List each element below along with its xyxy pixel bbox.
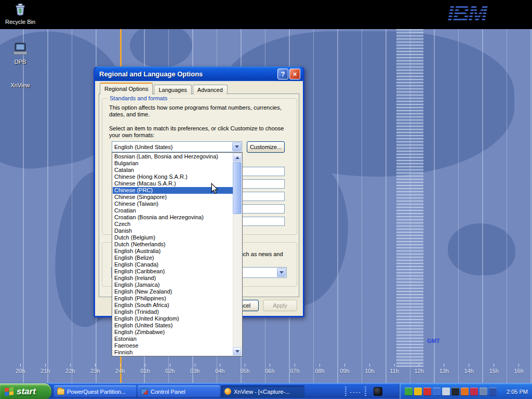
toolbar-grip-handle[interactable] xyxy=(365,387,366,397)
gmt-label: GMT xyxy=(427,338,440,344)
tray-icon-3[interactable] xyxy=(423,388,431,395)
tray-icon-4[interactable] xyxy=(433,388,441,395)
locale-list: Bosnian (Latin, Bosnia and Herzegovina)B… xyxy=(112,152,243,356)
dialog-tab[interactable]: Advanced xyxy=(193,85,228,95)
recycle-bin-icon xyxy=(12,2,29,17)
locale-option[interactable]: Danish xyxy=(113,228,233,234)
hour-label: 05h xyxy=(240,364,249,374)
tray-icon-7[interactable] xyxy=(461,388,469,395)
locale-option[interactable]: English (South Africa) xyxy=(113,302,233,309)
locale-combobox-value: English (United States) xyxy=(112,144,232,150)
dialog-tab[interactable]: Languages xyxy=(154,85,191,95)
locale-option[interactable]: Bulgarian xyxy=(113,160,233,167)
tray-icon-2[interactable] xyxy=(414,388,422,395)
hour-label: 09h xyxy=(340,364,349,374)
customize-button[interactable]: Customize... xyxy=(247,141,285,153)
tray-icon-8[interactable] xyxy=(470,388,478,395)
close-button[interactable]: × xyxy=(289,69,300,79)
desktop-icon-label: Recycle Bin xyxy=(3,19,37,25)
taskbar-toolbar-segment[interactable]: ---- xyxy=(342,385,397,398)
tray-icon-1[interactable] xyxy=(405,388,413,395)
laptop-icon xyxy=(12,42,29,57)
hour-label: 24h xyxy=(115,364,125,374)
taskbar-button-label: XnView - [<Capture-... xyxy=(234,389,290,395)
locale-option[interactable]: Dutch (Belgium) xyxy=(113,234,233,241)
taskbar-button-powerquest[interactable]: PowerQuest Partition... xyxy=(54,385,136,397)
locale-option[interactable]: Catalan xyxy=(113,167,233,174)
desktop-icon-dpb[interactable]: DPB xyxy=(3,42,37,65)
locale-option[interactable]: Chinese (Hong Kong S.A.R.) xyxy=(113,174,233,180)
taskbar-clock[interactable]: 2:05 PM xyxy=(507,389,528,395)
locale-option[interactable]: Bosnian (Latin, Bosnia and Herzegovina) xyxy=(113,153,233,160)
tray-icon-6[interactable] xyxy=(451,388,459,395)
toolbar-grip-handle[interactable] xyxy=(345,387,347,397)
start-button-label: start xyxy=(17,387,36,397)
tray-icon-10[interactable] xyxy=(489,388,497,395)
locale-option[interactable]: English (United Kingdom) xyxy=(113,315,233,322)
locale-option[interactable]: English (Ireland) xyxy=(113,275,233,282)
window-titlebar[interactable]: Regional and Language Options ? × xyxy=(95,66,303,81)
chevron-up-icon xyxy=(235,156,240,159)
chevron-down-icon xyxy=(280,271,284,274)
locale-option[interactable]: Faeroese xyxy=(113,342,233,349)
ibm-logo-stripes xyxy=(445,3,488,23)
taskbar-button-control-panel[interactable]: Control Panel xyxy=(138,385,220,397)
start-button[interactable]: start xyxy=(0,383,51,399)
scroll-up-button[interactable] xyxy=(233,153,242,162)
scroll-down-button[interactable] xyxy=(233,347,242,355)
locale-option[interactable]: English (Caribbean) xyxy=(113,268,233,275)
locale-option[interactable]: English (Trinidad) xyxy=(113,309,233,315)
standards-description: This option affects how some programs fo… xyxy=(109,104,285,118)
taskbar-button-label: PowerQuest Partition... xyxy=(67,389,126,395)
hour-label: 12h xyxy=(414,364,423,374)
hour-label: 02h xyxy=(165,364,175,374)
hour-label: 16h xyxy=(514,364,524,374)
combobox-dropdown-button[interactable] xyxy=(232,142,241,151)
locale-option[interactable]: Finnish xyxy=(113,349,233,355)
taskbar-dark-icon[interactable] xyxy=(374,387,382,396)
locale-option[interactable]: Chinese (Taiwan) xyxy=(113,201,233,207)
desktop: GMT 20h21h22h23h24h01h02h03h04h05h06h07h… xyxy=(0,0,532,399)
locale-option[interactable]: English (Zimbabwe) xyxy=(113,329,233,336)
locale-option[interactable]: Dutch (Netherlands) xyxy=(113,241,233,248)
apply-button[interactable]: Apply xyxy=(263,300,297,311)
taskbar-button-xnview[interactable]: XnView - [<Capture-... xyxy=(221,385,304,397)
hour-label: 10h xyxy=(365,364,374,374)
hour-label: 01h xyxy=(140,364,150,374)
locale-option[interactable]: English (United States) xyxy=(113,322,233,329)
locale-option[interactable]: English (Canada) xyxy=(113,261,233,268)
hour-label: 04h xyxy=(215,364,224,374)
locale-option[interactable]: English (New Zealand) xyxy=(113,288,233,295)
group-label: Standards and formats xyxy=(108,95,169,101)
combobox-dropdown-button[interactable] xyxy=(277,268,286,277)
taskbar-button-label: Control Panel xyxy=(151,389,185,395)
scrollbar-thumb[interactable] xyxy=(233,162,242,214)
locale-option[interactable]: English (Australia) xyxy=(113,248,233,255)
locale-option[interactable]: Estonian xyxy=(113,336,233,342)
tray-icons xyxy=(405,388,498,395)
locale-option[interactable]: Czech xyxy=(113,221,233,228)
desktop-icon-recycle-bin[interactable]: Recycle Bin xyxy=(3,2,37,25)
control-panel-icon xyxy=(141,389,148,395)
desktop-icon-xnview[interactable]: XnView xyxy=(3,82,37,88)
locale-option[interactable]: Croatian xyxy=(113,207,233,214)
locale-option[interactable]: Chinese (Singapore) xyxy=(113,194,233,201)
hour-label: 03h xyxy=(190,364,200,374)
locale-combobox[interactable]: English (United States) xyxy=(112,141,242,152)
locale-option[interactable]: English (Belize) xyxy=(113,255,233,261)
dialog-tab[interactable]: Regional Options xyxy=(100,83,153,95)
desktop-icon-label: DPB xyxy=(3,59,37,65)
list-scrollbar[interactable] xyxy=(233,153,242,355)
help-button[interactable]: ? xyxy=(277,69,288,79)
tray-icon-9[interactable] xyxy=(480,388,487,395)
mouse-cursor xyxy=(210,183,219,194)
desktop-icon-label: XnView xyxy=(3,82,37,88)
locale-option[interactable]: English (Jamaica) xyxy=(113,282,233,288)
tray-icon-5[interactable] xyxy=(442,388,450,395)
locale-option[interactable]: Croatian (Bosnia and Herzegovina) xyxy=(113,214,233,221)
system-tray: 2:05 PM xyxy=(399,383,532,399)
locale-option[interactable]: English (Philippines) xyxy=(113,295,233,302)
tab-strip: Regional OptionsLanguagesAdvanced xyxy=(100,83,229,95)
hour-label: 07h xyxy=(290,364,299,374)
hour-label: 06h xyxy=(265,364,274,374)
